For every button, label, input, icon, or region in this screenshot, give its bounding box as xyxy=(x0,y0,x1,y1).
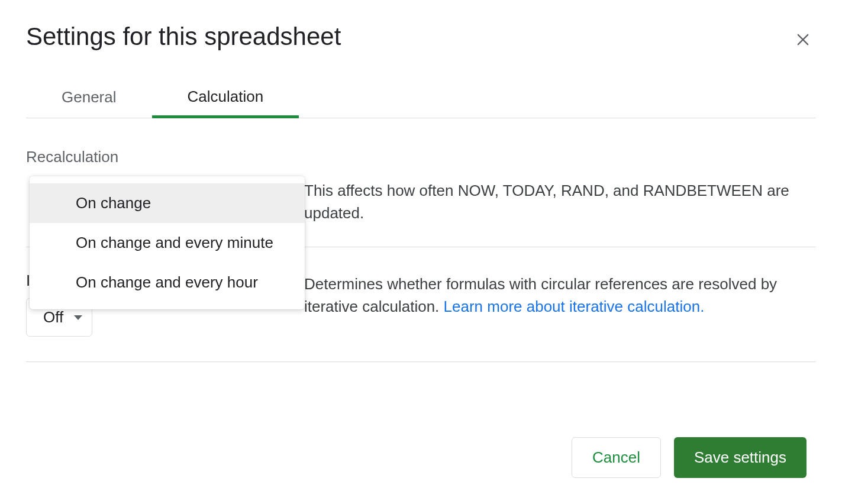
footer: Cancel Save settings xyxy=(572,437,806,478)
iterative-right: Determines whether formulas with circula… xyxy=(304,270,816,337)
recalculation-left: Recalculation On change On change and ev… xyxy=(26,148,304,224)
tab-calculation[interactable]: Calculation xyxy=(152,79,299,118)
settings-dialog: Settings for this spreadsheet General Ca… xyxy=(0,0,842,504)
iterative-select-value: Off xyxy=(43,308,63,327)
recalculation-section: Recalculation On change On change and ev… xyxy=(26,148,816,247)
recalculation-dropdown-menu: On change On change and every minute On … xyxy=(30,176,305,309)
recalc-option-every-minute[interactable]: On change and every minute xyxy=(30,223,305,263)
recalculation-description: This affects how often NOW, TODAY, RAND,… xyxy=(304,180,816,224)
iterative-learn-more-link[interactable]: Learn more about iterative calculation. xyxy=(444,298,705,315)
cancel-button[interactable]: Cancel xyxy=(572,437,661,478)
title-row: Settings for this spreadsheet xyxy=(26,18,816,62)
close-button[interactable] xyxy=(790,27,816,53)
caret-down-icon xyxy=(74,315,82,320)
tabs: General Calculation xyxy=(26,79,816,118)
close-icon xyxy=(795,31,811,48)
recalculation-label: Recalculation xyxy=(26,148,304,166)
iterative-description: Determines whether formulas with circula… xyxy=(304,273,816,318)
save-settings-button[interactable]: Save settings xyxy=(674,437,806,478)
recalc-option-every-hour[interactable]: On change and every hour xyxy=(30,263,305,302)
content: Recalculation On change On change and ev… xyxy=(26,118,816,362)
recalc-option-on-change[interactable]: On change xyxy=(30,183,305,223)
recalculation-right: This affects how often NOW, TODAY, RAND,… xyxy=(304,148,816,224)
dialog-title: Settings for this spreadsheet xyxy=(26,18,341,62)
tab-general[interactable]: General xyxy=(26,79,152,118)
